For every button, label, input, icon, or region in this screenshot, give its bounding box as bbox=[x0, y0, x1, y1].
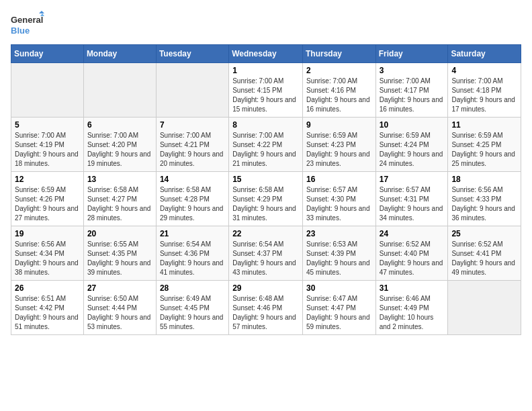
day-number: 11 bbox=[451, 120, 517, 130]
calendar-cell bbox=[83, 63, 156, 118]
day-info: Sunrise: 6:52 AMSunset: 4:40 PMDaylight:… bbox=[380, 240, 445, 277]
calendar-cell: 21 Sunrise: 6:54 AMSunset: 4:36 PMDaylig… bbox=[156, 226, 228, 281]
day-number: 28 bbox=[160, 283, 225, 293]
calendar-cell: 19 Sunrise: 6:56 AMSunset: 4:34 PMDaylig… bbox=[11, 226, 84, 281]
weekday-header-thursday: Thursday bbox=[302, 45, 375, 63]
calendar-week-4: 19 Sunrise: 6:56 AMSunset: 4:34 PMDaylig… bbox=[11, 226, 521, 281]
day-info: Sunrise: 6:58 AMSunset: 4:29 PMDaylight:… bbox=[232, 185, 299, 223]
calendar-cell bbox=[11, 63, 84, 118]
day-info: Sunrise: 6:59 AMSunset: 4:26 PMDaylight:… bbox=[15, 185, 80, 223]
day-number: 6 bbox=[87, 120, 152, 130]
calendar-cell: 17 Sunrise: 6:57 AMSunset: 4:31 PMDaylig… bbox=[375, 172, 448, 226]
day-info: Sunrise: 6:54 AMSunset: 4:37 PMDaylight:… bbox=[232, 240, 299, 277]
day-info: Sunrise: 6:50 AMSunset: 4:44 PMDaylight:… bbox=[87, 294, 152, 332]
day-number: 24 bbox=[380, 229, 445, 238]
day-number: 1 bbox=[232, 66, 299, 75]
day-number: 2 bbox=[306, 66, 372, 75]
day-info: Sunrise: 6:46 AMSunset: 4:49 PMDaylight:… bbox=[380, 294, 445, 332]
calendar-table: SundayMondayTuesdayWednesdayThursdayFrid… bbox=[11, 44, 521, 335]
day-number: 3 bbox=[380, 66, 445, 75]
day-info: Sunrise: 6:57 AMSunset: 4:31 PMDaylight:… bbox=[380, 185, 445, 223]
day-number: 15 bbox=[232, 175, 299, 184]
day-info: Sunrise: 6:49 AMSunset: 4:45 PMDaylight:… bbox=[160, 294, 225, 332]
svg-marker-2 bbox=[39, 11, 44, 13]
weekday-header-monday: Monday bbox=[83, 45, 156, 63]
day-info: Sunrise: 6:59 AMSunset: 4:25 PMDaylight:… bbox=[451, 131, 517, 169]
calendar-cell: 28 Sunrise: 6:49 AMSunset: 4:45 PMDaylig… bbox=[156, 281, 228, 335]
logo-svg: General Blue bbox=[11, 11, 44, 39]
calendar-cell: 18 Sunrise: 6:56 AMSunset: 4:33 PMDaylig… bbox=[448, 172, 521, 226]
day-number: 16 bbox=[306, 175, 372, 184]
day-number: 4 bbox=[451, 66, 517, 75]
day-info: Sunrise: 6:55 AMSunset: 4:35 PMDaylight:… bbox=[87, 240, 152, 277]
calendar-cell: 25 Sunrise: 6:52 AMSunset: 4:41 PMDaylig… bbox=[448, 226, 521, 281]
calendar-week-1: 1 Sunrise: 7:00 AMSunset: 4:15 PMDayligh… bbox=[11, 63, 521, 118]
day-number: 8 bbox=[232, 120, 299, 130]
day-number: 12 bbox=[15, 175, 80, 184]
day-info: Sunrise: 6:51 AMSunset: 4:42 PMDaylight:… bbox=[15, 294, 80, 332]
calendar-cell: 7 Sunrise: 7:00 AMSunset: 4:21 PMDayligh… bbox=[156, 118, 228, 172]
weekday-header-sunday: Sunday bbox=[11, 45, 84, 63]
calendar-cell: 22 Sunrise: 6:54 AMSunset: 4:37 PMDaylig… bbox=[229, 226, 303, 281]
calendar-week-2: 5 Sunrise: 7:00 AMSunset: 4:19 PMDayligh… bbox=[11, 118, 521, 172]
day-info: Sunrise: 6:53 AMSunset: 4:39 PMDaylight:… bbox=[306, 240, 372, 277]
day-number: 22 bbox=[232, 229, 299, 238]
day-info: Sunrise: 6:59 AMSunset: 4:24 PMDaylight:… bbox=[380, 131, 445, 169]
day-info: Sunrise: 7:00 AMSunset: 4:20 PMDaylight:… bbox=[87, 131, 152, 169]
calendar-cell: 2 Sunrise: 7:00 AMSunset: 4:16 PMDayligh… bbox=[302, 63, 375, 118]
calendar-cell: 23 Sunrise: 6:53 AMSunset: 4:39 PMDaylig… bbox=[302, 226, 375, 281]
day-number: 25 bbox=[451, 229, 517, 238]
day-number: 9 bbox=[306, 120, 372, 130]
calendar-cell: 1 Sunrise: 7:00 AMSunset: 4:15 PMDayligh… bbox=[229, 63, 303, 118]
calendar-cell: 12 Sunrise: 6:59 AMSunset: 4:26 PMDaylig… bbox=[11, 172, 84, 226]
day-info: Sunrise: 6:58 AMSunset: 4:27 PMDaylight:… bbox=[87, 185, 152, 223]
day-number: 23 bbox=[306, 229, 372, 238]
day-info: Sunrise: 6:57 AMSunset: 4:30 PMDaylight:… bbox=[306, 185, 372, 223]
calendar-week-3: 12 Sunrise: 6:59 AMSunset: 4:26 PMDaylig… bbox=[11, 172, 521, 226]
calendar-cell: 30 Sunrise: 6:47 AMSunset: 4:47 PMDaylig… bbox=[302, 281, 375, 335]
day-info: Sunrise: 7:00 AMSunset: 4:21 PMDaylight:… bbox=[160, 131, 225, 169]
day-number: 31 bbox=[380, 283, 445, 293]
day-info: Sunrise: 6:48 AMSunset: 4:46 PMDaylight:… bbox=[232, 294, 299, 332]
calendar-cell: 24 Sunrise: 6:52 AMSunset: 4:40 PMDaylig… bbox=[375, 226, 448, 281]
day-info: Sunrise: 6:54 AMSunset: 4:36 PMDaylight:… bbox=[160, 240, 225, 277]
calendar-cell: 9 Sunrise: 6:59 AMSunset: 4:23 PMDayligh… bbox=[302, 118, 375, 172]
svg-text:Blue: Blue bbox=[11, 26, 30, 36]
day-info: Sunrise: 6:56 AMSunset: 4:34 PMDaylight:… bbox=[15, 240, 80, 277]
day-info: Sunrise: 6:47 AMSunset: 4:47 PMDaylight:… bbox=[306, 294, 372, 332]
day-info: Sunrise: 6:52 AMSunset: 4:41 PMDaylight:… bbox=[451, 240, 517, 277]
day-info: Sunrise: 7:00 AMSunset: 4:17 PMDaylight:… bbox=[380, 77, 445, 114]
day-number: 30 bbox=[306, 283, 372, 293]
day-number: 10 bbox=[380, 120, 445, 130]
day-info: Sunrise: 7:00 AMSunset: 4:18 PMDaylight:… bbox=[451, 77, 517, 114]
day-info: Sunrise: 7:00 AMSunset: 4:15 PMDaylight:… bbox=[232, 77, 299, 114]
day-number: 7 bbox=[160, 120, 225, 130]
day-number: 14 bbox=[160, 175, 225, 184]
day-info: Sunrise: 6:56 AMSunset: 4:33 PMDaylight:… bbox=[451, 185, 517, 223]
weekday-header-row: SundayMondayTuesdayWednesdayThursdayFrid… bbox=[11, 45, 521, 63]
calendar-cell: 5 Sunrise: 7:00 AMSunset: 4:19 PMDayligh… bbox=[11, 118, 84, 172]
day-number: 13 bbox=[87, 175, 152, 184]
calendar-cell: 29 Sunrise: 6:48 AMSunset: 4:46 PMDaylig… bbox=[229, 281, 303, 335]
day-info: Sunrise: 7:00 AMSunset: 4:19 PMDaylight:… bbox=[15, 131, 80, 169]
day-number: 27 bbox=[87, 283, 152, 293]
calendar-cell bbox=[156, 63, 228, 118]
calendar-cell: 3 Sunrise: 7:00 AMSunset: 4:17 PMDayligh… bbox=[375, 63, 448, 118]
calendar-cell: 13 Sunrise: 6:58 AMSunset: 4:27 PMDaylig… bbox=[83, 172, 156, 226]
calendar-cell: 14 Sunrise: 6:58 AMSunset: 4:28 PMDaylig… bbox=[156, 172, 228, 226]
calendar-cell: 4 Sunrise: 7:00 AMSunset: 4:18 PMDayligh… bbox=[448, 63, 521, 118]
day-info: Sunrise: 7:00 AMSunset: 4:22 PMDaylight:… bbox=[232, 131, 299, 169]
day-info: Sunrise: 6:59 AMSunset: 4:23 PMDaylight:… bbox=[306, 131, 372, 169]
day-number: 17 bbox=[380, 175, 445, 184]
day-number: 5 bbox=[15, 120, 80, 130]
day-number: 18 bbox=[451, 175, 517, 184]
calendar-cell: 8 Sunrise: 7:00 AMSunset: 4:22 PMDayligh… bbox=[229, 118, 303, 172]
day-number: 20 bbox=[87, 229, 152, 238]
logo: General Blue bbox=[11, 11, 44, 39]
calendar-week-5: 26 Sunrise: 6:51 AMSunset: 4:42 PMDaylig… bbox=[11, 281, 521, 335]
calendar-cell: 26 Sunrise: 6:51 AMSunset: 4:42 PMDaylig… bbox=[11, 281, 84, 335]
calendar-cell: 11 Sunrise: 6:59 AMSunset: 4:25 PMDaylig… bbox=[448, 118, 521, 172]
calendar-cell bbox=[448, 281, 521, 335]
svg-text:General: General bbox=[11, 15, 43, 25]
calendar-cell: 15 Sunrise: 6:58 AMSunset: 4:29 PMDaylig… bbox=[229, 172, 303, 226]
